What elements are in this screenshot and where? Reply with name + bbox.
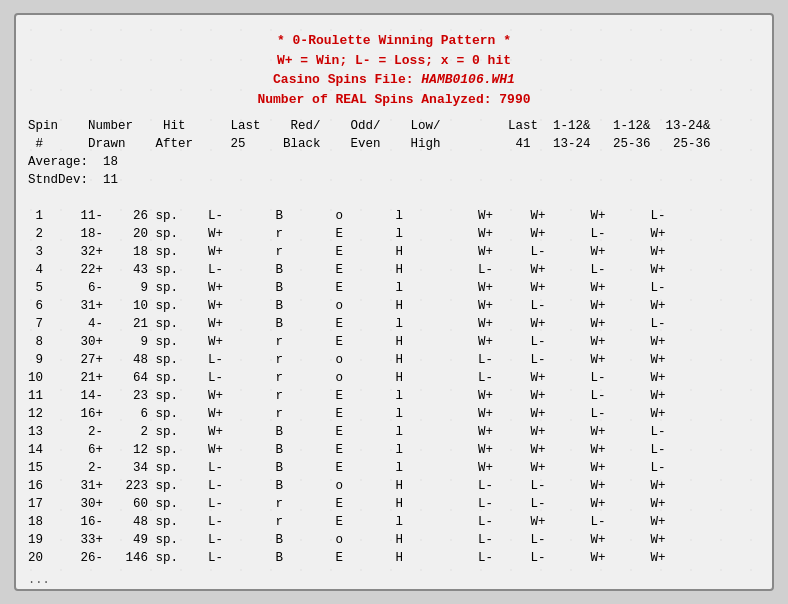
table-row: 19 33+ 49 sp. L- B o H L- L- W+ W+ [28, 531, 760, 549]
stats-stddev: StndDev: 11 [28, 171, 760, 189]
header-line1: * 0-Roulette Winning Pattern * [28, 31, 760, 51]
table-row: 1 11- 26 sp. L- B o l W+ W+ W+ L- [28, 207, 760, 225]
main-window: * 0-Roulette Winning Pattern * W+ = Win;… [14, 13, 774, 591]
table-row: 10 21+ 64 sp. L- r o H L- W+ L- W+ [28, 369, 760, 387]
header-line4-prefix: Number of REAL Spins Analyzed: [257, 92, 499, 107]
table-row: 14 6+ 12 sp. W+ B E l W+ W+ W+ L- [28, 441, 760, 459]
col-header-row2: # Drawn After 25 Black Even High 41 13-2… [28, 135, 760, 153]
table-row: 3 32+ 18 sp. W+ r E H W+ L- W+ W+ [28, 243, 760, 261]
data-table: Spin Number Hit Last Red/ Odd/ Low/ Last… [28, 117, 760, 567]
spacer-row [28, 189, 760, 207]
header-line2: W+ = Win; L- = Loss; x = 0 hit [28, 51, 760, 71]
header-section: * 0-Roulette Winning Pattern * W+ = Win;… [28, 31, 760, 109]
table-row: 4 22+ 43 sp. L- B E H L- W+ L- W+ [28, 261, 760, 279]
table-row: 2 18- 20 sp. W+ r E l W+ W+ L- W+ [28, 225, 760, 243]
footer: ... [28, 573, 760, 587]
table-row: 16 31+ 223 sp. L- B o H L- L- W+ W+ [28, 477, 760, 495]
spin-count: 7990 [499, 92, 530, 107]
table-row: 9 27+ 48 sp. L- r o H L- L- W+ W+ [28, 351, 760, 369]
table-row: 11 14- 23 sp. W+ r E l W+ W+ L- W+ [28, 387, 760, 405]
table-row: 18 16- 48 sp. L- r E l L- W+ L- W+ [28, 513, 760, 531]
data-rows-container: 1 11- 26 sp. L- B o l W+ W+ W+ L- 2 18- … [28, 207, 760, 567]
header-filename: HAMB0106.WH1 [421, 72, 515, 87]
table-row: 15 2- 34 sp. L- B E l W+ W+ W+ L- [28, 459, 760, 477]
header-line3: Casino Spins File: HAMB0106.WH1 [28, 70, 760, 90]
stats-average: Average: 18 [28, 153, 760, 171]
content-area: * 0-Roulette Winning Pattern * W+ = Win;… [28, 31, 760, 587]
table-row: 6 31+ 10 sp. W+ B o H W+ L- W+ W+ [28, 297, 760, 315]
table-row: 13 2- 2 sp. W+ B E l W+ W+ W+ L- [28, 423, 760, 441]
header-line4: Number of REAL Spins Analyzed: 7990 [28, 90, 760, 110]
table-row: 20 26- 146 sp. L- B E H L- L- W+ W+ [28, 549, 760, 567]
table-row: 7 4- 21 sp. W+ B E l W+ W+ W+ L- [28, 315, 760, 333]
table-row: 12 16+ 6 sp. W+ r E l W+ W+ L- W+ [28, 405, 760, 423]
table-row: 17 30+ 60 sp. L- r E H L- L- W+ W+ [28, 495, 760, 513]
col-header-row1: Spin Number Hit Last Red/ Odd/ Low/ Last… [28, 117, 760, 135]
header-line3-prefix: Casino Spins File: [273, 72, 421, 87]
table-row: 5 6- 9 sp. W+ B E l W+ W+ W+ L- [28, 279, 760, 297]
table-row: 8 30+ 9 sp. W+ r E H W+ L- W+ W+ [28, 333, 760, 351]
